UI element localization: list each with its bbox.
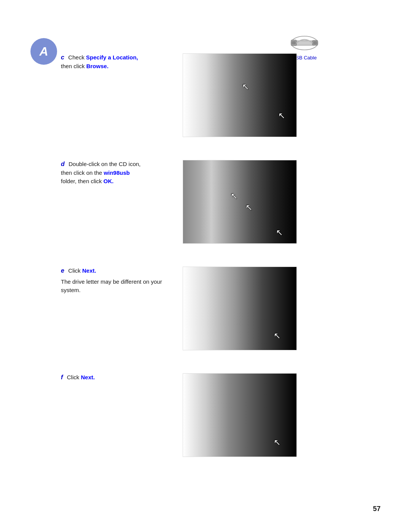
step-d-line2: then click on the	[61, 169, 104, 176]
cursor-arrow-3: ↖	[231, 192, 237, 200]
cursor-arrow-1: ↖	[242, 83, 249, 91]
step-f-label: f	[61, 374, 63, 380]
step-c-link2: Browse.	[86, 63, 108, 69]
page-number: 57	[373, 505, 381, 513]
step-c-text: c Check Specify a Location, then click B…	[61, 53, 167, 70]
step-d-link1: win98usb	[104, 169, 130, 176]
cursor-arrow-2: ↖	[278, 112, 285, 120]
step-e-row: e Click Next. The drive letter may be di…	[61, 267, 388, 350]
step-d-image: ↖ ↖ ↖	[183, 160, 297, 244]
step-d-line1: Double-click on the CD icon,	[68, 161, 140, 167]
step-d-body: Double-click on the CD icon, then click …	[61, 161, 141, 184]
section-badge: A	[30, 38, 57, 65]
step-d-label: d	[61, 161, 65, 167]
step-f-row: f Click Next. ↖	[61, 373, 388, 457]
step-d-row: d Double-click on the CD icon, then clic…	[61, 160, 388, 244]
section-letter: A	[39, 45, 48, 59]
step-c-label: c	[61, 54, 64, 61]
step-e-label: e	[61, 267, 64, 274]
cursor-arrow-7: ↖	[274, 438, 280, 447]
step-c-link1: Specify a Location,	[86, 54, 138, 61]
step-f-body: Click Next.	[67, 374, 95, 380]
step-c-image: ↖ ↖	[183, 53, 297, 137]
usb-cable-icon	[289, 32, 320, 53]
step-c-middle: then click	[61, 63, 86, 69]
step-d-link2: OK.	[104, 178, 114, 184]
step-d-line3: folder, then click	[61, 178, 104, 184]
page-container: A USB Cable c Check Specify a Locatio	[0, 0, 411, 532]
step-c-body: Check Specify a Location, then click Bro…	[61, 54, 138, 69]
svg-rect-3	[292, 41, 296, 45]
step-c-gradient: ↖ ↖	[183, 54, 296, 137]
step-e-text: e Click Next. The drive letter may be di…	[61, 267, 167, 295]
step-e-body: Click Next.	[68, 267, 96, 274]
step-f-image: ↖	[183, 373, 297, 457]
step-e-image: ↖	[183, 267, 297, 350]
svg-rect-5	[313, 41, 317, 45]
cursor-arrow-5: ↖	[276, 228, 283, 237]
step-e-subtext: The drive letter may be different on you…	[61, 278, 167, 295]
cursor-arrow-6: ↖	[274, 332, 280, 340]
step-d-text: d Double-click on the CD icon, then clic…	[61, 160, 167, 186]
step-f-text: f Click Next.	[61, 373, 167, 382]
step-c-row: c Check Specify a Location, then click B…	[61, 53, 388, 137]
steps-container: c Check Specify a Location, then click B…	[61, 53, 388, 457]
step-f-gradient: ↖	[183, 374, 296, 457]
step-e-link1: Next.	[82, 267, 96, 274]
step-d-gradient: ↖ ↖ ↖	[183, 160, 296, 243]
step-e-gradient: ↖	[183, 267, 296, 350]
cursor-arrow-4: ↖	[245, 203, 252, 212]
step-f-link1: Next.	[81, 374, 95, 380]
